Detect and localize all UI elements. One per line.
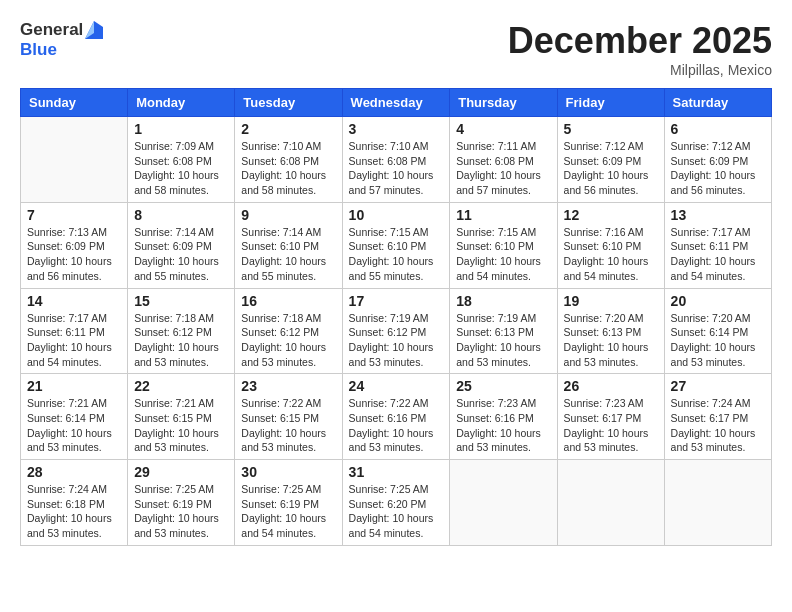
- calendar-cell: 26Sunrise: 7:23 AM Sunset: 6:17 PM Dayli…: [557, 374, 664, 460]
- day-number: 14: [27, 293, 121, 309]
- calendar-table: SundayMondayTuesdayWednesdayThursdayFrid…: [20, 88, 772, 546]
- day-number: 4: [456, 121, 550, 137]
- calendar-cell: 9Sunrise: 7:14 AM Sunset: 6:10 PM Daylig…: [235, 202, 342, 288]
- day-info: Sunrise: 7:25 AM Sunset: 6:19 PM Dayligh…: [134, 482, 228, 541]
- calendar-cell: 10Sunrise: 7:15 AM Sunset: 6:10 PM Dayli…: [342, 202, 450, 288]
- weekday-header-saturday: Saturday: [664, 89, 771, 117]
- day-info: Sunrise: 7:24 AM Sunset: 6:18 PM Dayligh…: [27, 482, 121, 541]
- calendar-cell: 15Sunrise: 7:18 AM Sunset: 6:12 PM Dayli…: [128, 288, 235, 374]
- day-number: 16: [241, 293, 335, 309]
- day-number: 28: [27, 464, 121, 480]
- day-number: 22: [134, 378, 228, 394]
- day-number: 5: [564, 121, 658, 137]
- calendar-cell: 11Sunrise: 7:15 AM Sunset: 6:10 PM Dayli…: [450, 202, 557, 288]
- day-info: Sunrise: 7:10 AM Sunset: 6:08 PM Dayligh…: [241, 139, 335, 198]
- calendar-cell: 23Sunrise: 7:22 AM Sunset: 6:15 PM Dayli…: [235, 374, 342, 460]
- calendar-cell: [664, 460, 771, 546]
- day-info: Sunrise: 7:13 AM Sunset: 6:09 PM Dayligh…: [27, 225, 121, 284]
- calendar-cell: [557, 460, 664, 546]
- day-number: 8: [134, 207, 228, 223]
- day-info: Sunrise: 7:19 AM Sunset: 6:12 PM Dayligh…: [349, 311, 444, 370]
- day-number: 18: [456, 293, 550, 309]
- day-number: 24: [349, 378, 444, 394]
- calendar-week-row: 14Sunrise: 7:17 AM Sunset: 6:11 PM Dayli…: [21, 288, 772, 374]
- calendar-cell: 27Sunrise: 7:24 AM Sunset: 6:17 PM Dayli…: [664, 374, 771, 460]
- day-info: Sunrise: 7:14 AM Sunset: 6:09 PM Dayligh…: [134, 225, 228, 284]
- day-info: Sunrise: 7:15 AM Sunset: 6:10 PM Dayligh…: [456, 225, 550, 284]
- day-info: Sunrise: 7:21 AM Sunset: 6:14 PM Dayligh…: [27, 396, 121, 455]
- day-info: Sunrise: 7:18 AM Sunset: 6:12 PM Dayligh…: [241, 311, 335, 370]
- day-number: 13: [671, 207, 765, 223]
- day-number: 30: [241, 464, 335, 480]
- calendar-week-row: 28Sunrise: 7:24 AM Sunset: 6:18 PM Dayli…: [21, 460, 772, 546]
- weekday-header-tuesday: Tuesday: [235, 89, 342, 117]
- logo-icon: [85, 21, 103, 39]
- calendar-cell: 13Sunrise: 7:17 AM Sunset: 6:11 PM Dayli…: [664, 202, 771, 288]
- day-info: Sunrise: 7:12 AM Sunset: 6:09 PM Dayligh…: [671, 139, 765, 198]
- day-info: Sunrise: 7:15 AM Sunset: 6:10 PM Dayligh…: [349, 225, 444, 284]
- calendar-cell: 7Sunrise: 7:13 AM Sunset: 6:09 PM Daylig…: [21, 202, 128, 288]
- location: Milpillas, Mexico: [508, 62, 772, 78]
- calendar-cell: 29Sunrise: 7:25 AM Sunset: 6:19 PM Dayli…: [128, 460, 235, 546]
- calendar-cell: 8Sunrise: 7:14 AM Sunset: 6:09 PM Daylig…: [128, 202, 235, 288]
- calendar-cell: 21Sunrise: 7:21 AM Sunset: 6:14 PM Dayli…: [21, 374, 128, 460]
- day-number: 1: [134, 121, 228, 137]
- calendar-cell: 17Sunrise: 7:19 AM Sunset: 6:12 PM Dayli…: [342, 288, 450, 374]
- day-number: 17: [349, 293, 444, 309]
- day-number: 7: [27, 207, 121, 223]
- calendar-cell: 25Sunrise: 7:23 AM Sunset: 6:16 PM Dayli…: [450, 374, 557, 460]
- day-number: 2: [241, 121, 335, 137]
- day-number: 9: [241, 207, 335, 223]
- day-info: Sunrise: 7:21 AM Sunset: 6:15 PM Dayligh…: [134, 396, 228, 455]
- day-info: Sunrise: 7:12 AM Sunset: 6:09 PM Dayligh…: [564, 139, 658, 198]
- calendar-cell: 1Sunrise: 7:09 AM Sunset: 6:08 PM Daylig…: [128, 117, 235, 203]
- day-info: Sunrise: 7:23 AM Sunset: 6:16 PM Dayligh…: [456, 396, 550, 455]
- calendar-cell: 3Sunrise: 7:10 AM Sunset: 6:08 PM Daylig…: [342, 117, 450, 203]
- day-info: Sunrise: 7:11 AM Sunset: 6:08 PM Dayligh…: [456, 139, 550, 198]
- day-info: Sunrise: 7:22 AM Sunset: 6:16 PM Dayligh…: [349, 396, 444, 455]
- day-number: 19: [564, 293, 658, 309]
- weekday-header-monday: Monday: [128, 89, 235, 117]
- logo-general: General: [20, 20, 83, 40]
- calendar-cell: 14Sunrise: 7:17 AM Sunset: 6:11 PM Dayli…: [21, 288, 128, 374]
- calendar-cell: 5Sunrise: 7:12 AM Sunset: 6:09 PM Daylig…: [557, 117, 664, 203]
- calendar-cell: [21, 117, 128, 203]
- weekday-header-friday: Friday: [557, 89, 664, 117]
- day-info: Sunrise: 7:10 AM Sunset: 6:08 PM Dayligh…: [349, 139, 444, 198]
- page-header: General Blue December 2025 Milpillas, Me…: [20, 20, 772, 78]
- calendar-cell: [450, 460, 557, 546]
- calendar-cell: 28Sunrise: 7:24 AM Sunset: 6:18 PM Dayli…: [21, 460, 128, 546]
- day-info: Sunrise: 7:24 AM Sunset: 6:17 PM Dayligh…: [671, 396, 765, 455]
- day-info: Sunrise: 7:25 AM Sunset: 6:20 PM Dayligh…: [349, 482, 444, 541]
- logo-blue: Blue: [20, 40, 103, 60]
- day-number: 31: [349, 464, 444, 480]
- day-info: Sunrise: 7:09 AM Sunset: 6:08 PM Dayligh…: [134, 139, 228, 198]
- calendar-week-row: 1Sunrise: 7:09 AM Sunset: 6:08 PM Daylig…: [21, 117, 772, 203]
- calendar-cell: 19Sunrise: 7:20 AM Sunset: 6:13 PM Dayli…: [557, 288, 664, 374]
- weekday-header-thursday: Thursday: [450, 89, 557, 117]
- calendar-cell: 6Sunrise: 7:12 AM Sunset: 6:09 PM Daylig…: [664, 117, 771, 203]
- day-number: 25: [456, 378, 550, 394]
- calendar-week-row: 7Sunrise: 7:13 AM Sunset: 6:09 PM Daylig…: [21, 202, 772, 288]
- day-info: Sunrise: 7:23 AM Sunset: 6:17 PM Dayligh…: [564, 396, 658, 455]
- calendar-cell: 2Sunrise: 7:10 AM Sunset: 6:08 PM Daylig…: [235, 117, 342, 203]
- day-info: Sunrise: 7:20 AM Sunset: 6:13 PM Dayligh…: [564, 311, 658, 370]
- day-info: Sunrise: 7:20 AM Sunset: 6:14 PM Dayligh…: [671, 311, 765, 370]
- weekday-header-wednesday: Wednesday: [342, 89, 450, 117]
- calendar-cell: 4Sunrise: 7:11 AM Sunset: 6:08 PM Daylig…: [450, 117, 557, 203]
- day-number: 27: [671, 378, 765, 394]
- calendar-cell: 18Sunrise: 7:19 AM Sunset: 6:13 PM Dayli…: [450, 288, 557, 374]
- calendar-cell: 12Sunrise: 7:16 AM Sunset: 6:10 PM Dayli…: [557, 202, 664, 288]
- day-info: Sunrise: 7:17 AM Sunset: 6:11 PM Dayligh…: [671, 225, 765, 284]
- day-number: 20: [671, 293, 765, 309]
- day-info: Sunrise: 7:16 AM Sunset: 6:10 PM Dayligh…: [564, 225, 658, 284]
- logo: General Blue: [20, 20, 103, 60]
- day-number: 21: [27, 378, 121, 394]
- day-info: Sunrise: 7:22 AM Sunset: 6:15 PM Dayligh…: [241, 396, 335, 455]
- weekday-header-sunday: Sunday: [21, 89, 128, 117]
- month-title: December 2025: [508, 20, 772, 62]
- day-number: 26: [564, 378, 658, 394]
- day-info: Sunrise: 7:14 AM Sunset: 6:10 PM Dayligh…: [241, 225, 335, 284]
- day-info: Sunrise: 7:25 AM Sunset: 6:19 PM Dayligh…: [241, 482, 335, 541]
- day-info: Sunrise: 7:17 AM Sunset: 6:11 PM Dayligh…: [27, 311, 121, 370]
